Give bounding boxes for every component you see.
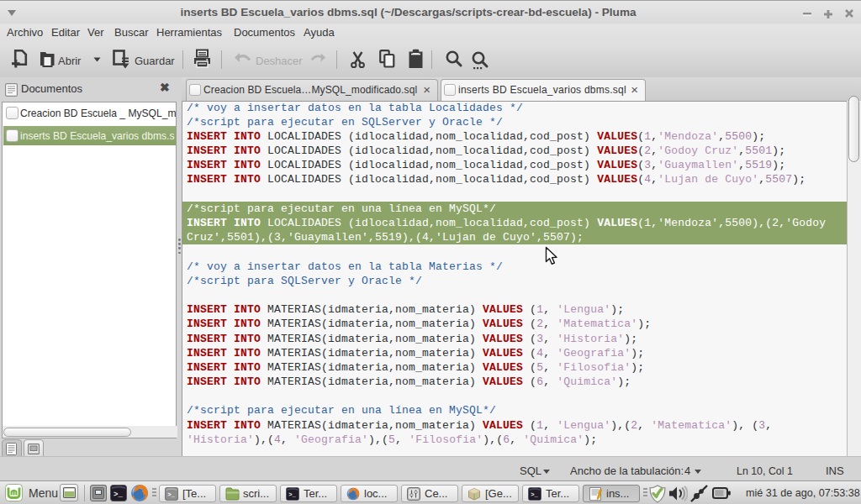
svg-text:>_: >_: [114, 491, 123, 499]
svg-text:>_: >_: [167, 491, 175, 498]
svg-text:>_: >_: [288, 491, 296, 498]
svg-text:>_: >_: [531, 491, 538, 498]
